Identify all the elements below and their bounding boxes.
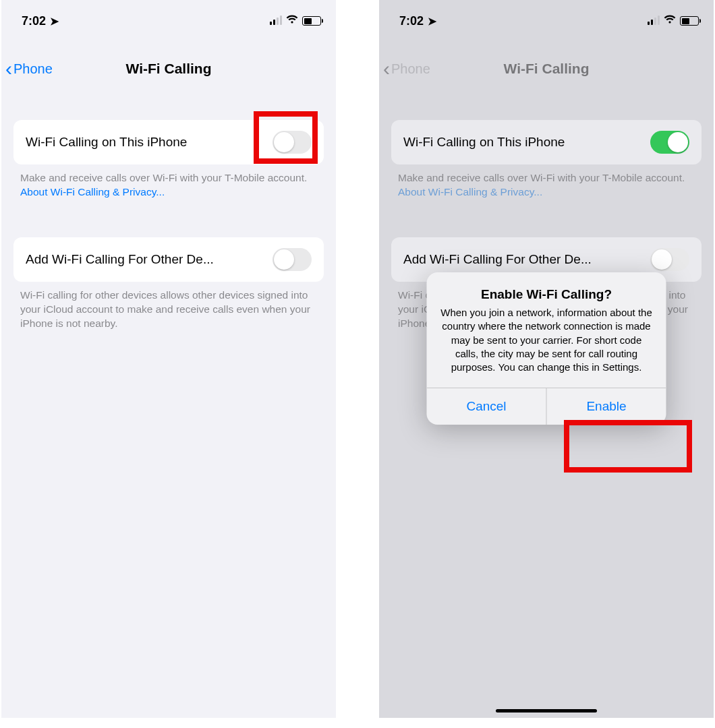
- wifi-icon: [664, 15, 676, 27]
- status-bar: 7:02 ➤: [1, 0, 336, 32]
- clock: 7:02: [399, 14, 424, 28]
- battery-icon: [302, 16, 321, 26]
- status-right: [270, 15, 321, 27]
- location-icon: ➤: [428, 15, 436, 28]
- cancel-button[interactable]: Cancel: [427, 388, 546, 425]
- footer-other-devices: Wi-Fi calling for other devices allows o…: [1, 282, 336, 331]
- status-right: [648, 15, 699, 27]
- status-left: 7:02 ➤: [22, 14, 59, 28]
- phone-screen-left: 7:02 ➤ ‹ Phone Wi-Fi Calling Wi-Fi Calli…: [1, 0, 336, 718]
- location-icon: ➤: [50, 15, 59, 28]
- toggle-wifi-calling-this-iphone[interactable]: [650, 131, 689, 154]
- page-title: Wi-Fi Calling: [379, 61, 714, 77]
- about-privacy-link[interactable]: About Wi-Fi Calling & Privacy...: [398, 186, 542, 198]
- nav-bar: ‹ Phone Wi-Fi Calling: [379, 50, 714, 88]
- home-indicator[interactable]: [496, 709, 597, 712]
- phone-screen-right: 7:02 ➤ ‹ Phone Wi-Fi Calling Wi-Fi Calli…: [379, 0, 714, 718]
- row-label: Add Wi-Fi Calling For Other De...: [26, 252, 214, 267]
- row-label: Wi-Fi Calling on This iPhone: [26, 135, 187, 150]
- footer-text-a: Make and receive calls over Wi-Fi with y…: [398, 172, 685, 183]
- alert-body: When you join a network, information abo…: [427, 306, 666, 388]
- row-wifi-calling-other-devices[interactable]: Add Wi-Fi Calling For Other De...: [13, 237, 324, 282]
- toggle-wifi-calling-this-iphone[interactable]: [273, 131, 312, 154]
- clock: 7:02: [22, 14, 46, 28]
- about-privacy-link[interactable]: About Wi-Fi Calling & Privacy...: [20, 186, 165, 198]
- status-bar: 7:02 ➤: [379, 0, 714, 32]
- chevron-left-icon: ‹: [5, 59, 12, 79]
- row-label: Add Wi-Fi Calling For Other De...: [403, 252, 592, 267]
- alert-buttons: Cancel Enable: [427, 388, 666, 425]
- footer-this-iphone: Make and receive calls over Wi-Fi with y…: [379, 164, 714, 200]
- toggle-wifi-calling-other-devices[interactable]: [650, 248, 689, 271]
- settings-content: Wi-Fi Calling on This iPhone Make and re…: [1, 88, 336, 331]
- battery-icon: [680, 16, 699, 26]
- back-button[interactable]: ‹ Phone: [5, 59, 53, 79]
- footer-this-iphone: Make and receive calls over Wi-Fi with y…: [1, 164, 336, 200]
- alert-enable-wifi-calling: Enable Wi-Fi Calling? When you join a ne…: [427, 272, 666, 425]
- footer-text-a: Make and receive calls over Wi-Fi with y…: [20, 172, 307, 183]
- row-wifi-calling-this-iphone[interactable]: Wi-Fi Calling on This iPhone: [391, 120, 702, 164]
- status-left: 7:02 ➤: [399, 14, 436, 28]
- screenshot-pair: 7:02 ➤ ‹ Phone Wi-Fi Calling Wi-Fi Calli…: [0, 0, 715, 728]
- row-wifi-calling-this-iphone[interactable]: Wi-Fi Calling on This iPhone: [13, 120, 324, 164]
- cellular-icon: [270, 17, 282, 25]
- enable-button[interactable]: Enable: [546, 388, 666, 425]
- cellular-icon: [648, 17, 660, 25]
- row-label: Wi-Fi Calling on This iPhone: [403, 135, 565, 150]
- toggle-wifi-calling-other-devices[interactable]: [273, 248, 312, 271]
- back-label: Phone: [13, 61, 53, 77]
- alert-title: Enable Wi-Fi Calling?: [427, 272, 666, 306]
- nav-bar: ‹ Phone Wi-Fi Calling: [1, 50, 336, 88]
- wifi-icon: [286, 15, 298, 27]
